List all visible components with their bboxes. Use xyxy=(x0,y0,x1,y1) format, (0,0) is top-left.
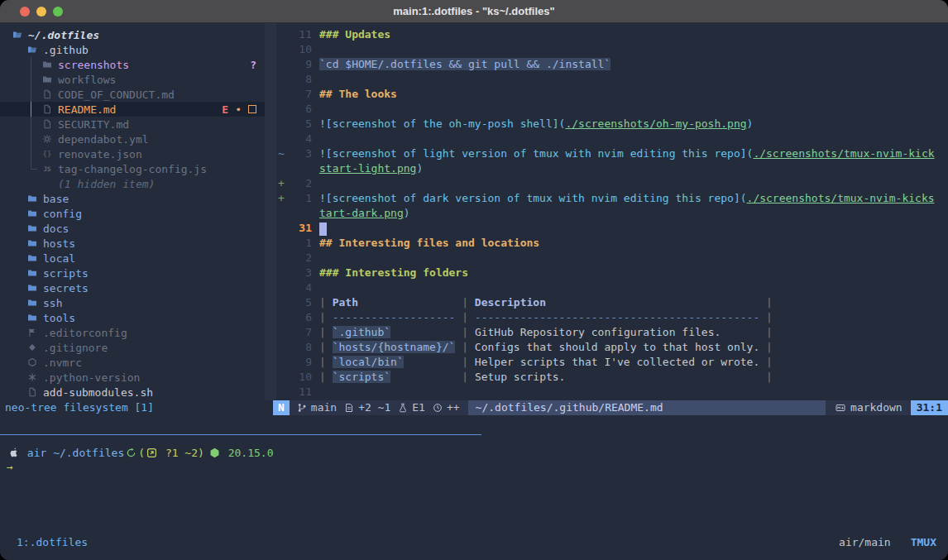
sidebar-item-hosts[interactable]: hosts xyxy=(0,236,265,251)
titlebar: main:1:.dotfiles - "ks~/.dotfiles" xyxy=(0,0,948,23)
sidebar-item-.dotfiles[interactable]: ~/.dotfiles xyxy=(0,27,265,42)
indent-guide-elbow xyxy=(31,169,37,170)
sidebar-item-dependabot.yml[interactable]: dependabot.yml xyxy=(0,132,265,146)
editor-line[interactable]: 4 xyxy=(276,280,948,295)
sidebar-item-tools[interactable]: tools xyxy=(0,310,265,325)
sidebar-item-add-submodules.sh[interactable]: add-submodules.sh xyxy=(0,385,265,400)
editor-line[interactable]: 5| Path | Description | xyxy=(276,295,948,310)
line-content: ## The looks xyxy=(319,87,397,102)
file-icon xyxy=(41,103,53,115)
editor-line[interactable]: tart-dark.png) xyxy=(276,206,948,221)
item-label: renovate.json xyxy=(58,148,142,160)
editor-line[interactable]: 7## The looks xyxy=(276,87,948,102)
editor-line[interactable]: 5![screenshot of the oh-my-posh shell](.… xyxy=(276,117,948,132)
sidebar-item-.python-version[interactable]: .python-version xyxy=(0,370,265,385)
sidebar-item-readme.md[interactable]: README.mdE• xyxy=(0,102,265,117)
prompt-arrow[interactable]: → xyxy=(7,460,13,475)
sidebar-item-.nvmrc[interactable]: .nvmrc xyxy=(0,355,265,370)
clock-icon xyxy=(433,403,443,414)
svg-text:JS: JS xyxy=(43,165,51,173)
editor-line[interactable]: 10 xyxy=(276,42,948,57)
sidebar-item-ssh[interactable]: ssh xyxy=(0,295,265,310)
line-number: 11 xyxy=(289,385,312,396)
sidebar-item-.gitignore[interactable]: .gitignore xyxy=(0,340,265,355)
editor-pane[interactable]: 11### Updates109`cd $HOME/.dotfiles && g… xyxy=(276,23,948,396)
gitsign-empty xyxy=(276,310,289,325)
editor-line[interactable]: 8| `hosts/{hostname}/` | Configs that sh… xyxy=(276,340,948,355)
folder-icon xyxy=(41,59,53,70)
editor-line[interactable]: 6 xyxy=(276,102,948,117)
zoom-button[interactable] xyxy=(53,7,63,17)
file-path: ~/.dotfiles/.github/README.md xyxy=(468,400,826,415)
line-number: 2 xyxy=(289,251,312,266)
close-button[interactable] xyxy=(20,7,30,17)
editor-line[interactable]: 4 xyxy=(276,132,948,146)
line-number: 4 xyxy=(289,280,312,295)
tmux-window-name[interactable]: 1:.dotfiles xyxy=(17,536,88,548)
gitsign-empty xyxy=(276,340,289,355)
editor-line[interactable]: start-light.png) xyxy=(276,161,948,176)
line-number: 9 xyxy=(289,355,312,370)
sidebar-item-local[interactable]: local xyxy=(0,251,265,266)
line-number: 5 xyxy=(289,295,312,310)
editor-line[interactable]: 6| ------------------- | ---------------… xyxy=(276,310,948,325)
item-label: CODE_OF_CONDUCT.md xyxy=(58,89,175,101)
item-label: config xyxy=(43,208,82,220)
sidebar-item-docs[interactable]: docs xyxy=(0,221,265,236)
sidebar-item-security.md[interactable]: SECURITY.md xyxy=(0,117,265,132)
folder-icon xyxy=(26,252,38,264)
minimize-button[interactable] xyxy=(36,7,46,17)
git-status-gap xyxy=(159,447,165,459)
editor-line[interactable]: +2 xyxy=(276,176,948,191)
gitsign-empty xyxy=(276,295,289,310)
git-paren-close: ) xyxy=(198,447,204,459)
mode-indicator: N xyxy=(273,400,290,415)
editor-line[interactable]: 9`cd $HOME/.dotfiles && git pull && ./in… xyxy=(276,57,948,72)
sidebar-item-config[interactable]: config xyxy=(0,206,265,221)
modified-dot-icon: • xyxy=(235,103,242,116)
line-number: 9 xyxy=(289,57,312,72)
tmux-session-name: air/main xyxy=(839,536,891,548)
editor-line[interactable]: 11### Updates xyxy=(276,27,948,42)
editor-line[interactable]: ~3![screenshot of light version of tmux … xyxy=(276,146,948,161)
sidebar-item-base[interactable]: base xyxy=(0,191,265,206)
line-number: 1 xyxy=(289,191,312,206)
sidebar-item-scripts[interactable]: scripts xyxy=(0,266,265,280)
folder-icon xyxy=(26,237,38,249)
sidebar-item-workflows[interactable]: workflows xyxy=(0,72,265,87)
sidebar-item-.editorconfig[interactable]: .editorconfig xyxy=(0,325,265,340)
sidebar-item-1hiddenitem[interactable]: (1 hidden item) xyxy=(0,176,265,191)
sidebar-item-tag-changelog-config.js[interactable]: JStag-changelog-config.js xyxy=(0,161,265,176)
sidebar-item-codeofconduct.md[interactable]: CODE_OF_CONDUCT.md xyxy=(0,87,265,102)
editor-line[interactable]: 2 xyxy=(276,251,948,266)
gitsign-empty xyxy=(276,42,289,57)
shell-prompt[interactable]: air ~/.dotfiles ( ?1 ~2 ) 20.15.0 xyxy=(7,445,273,460)
line-number: 10 xyxy=(289,370,312,385)
editor-line[interactable]: 31 xyxy=(276,221,948,236)
editor-line[interactable]: 9| `local/bin` | Helper scripts that I'v… xyxy=(276,355,948,370)
gitsign-empty xyxy=(276,385,289,396)
folder-icon xyxy=(26,223,38,234)
editor-line[interactable]: 11 xyxy=(276,385,948,396)
sidebar-item-renovate.json[interactable]: {}renovate.json xyxy=(0,146,265,161)
statusline: N main +2 ~1 E1 ++ ~/.dotfiles/.gith xyxy=(273,400,948,415)
sidebar-item-.github[interactable]: .github xyxy=(0,42,265,57)
line-number: 6 xyxy=(289,102,312,117)
folder-icon xyxy=(26,312,38,323)
pane-separator[interactable] xyxy=(265,23,276,400)
line-content: `cd $HOME/.dotfiles && git pull && ./ins… xyxy=(319,57,610,72)
editor-line[interactable]: 7| `.github` | GitHub Repository configu… xyxy=(276,325,948,340)
editor-line[interactable]: 1## Interesting files and locations xyxy=(276,236,948,251)
editor-line[interactable]: 10| `scripts` | Setup scripts. | xyxy=(276,370,948,385)
editor-line[interactable]: 3### Interesting folders xyxy=(276,266,948,280)
line-number xyxy=(289,161,312,176)
gitsign-change: ~ xyxy=(276,146,289,161)
sidebar-item-screenshots[interactable]: screenshots? xyxy=(0,57,265,72)
editor-line[interactable]: +1![screenshot of dark version of tmux w… xyxy=(276,191,948,206)
item-label: tools xyxy=(43,312,75,324)
extra-flags: ++ xyxy=(447,400,460,415)
sidebar-item-secrets[interactable]: secrets xyxy=(0,280,265,295)
tmux-pane-border[interactable] xyxy=(0,434,481,435)
editor-line[interactable]: 8 xyxy=(276,72,948,87)
gitsign-empty xyxy=(276,280,289,295)
